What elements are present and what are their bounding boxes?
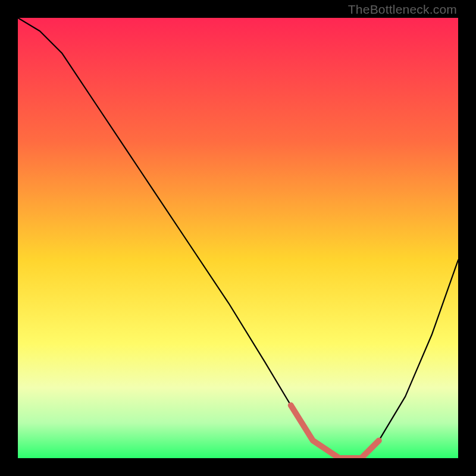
chart-background (18, 18, 458, 458)
chart-svg (18, 18, 458, 458)
watermark-text: TheBottleneck.com (348, 2, 457, 17)
chart-plot-area (18, 18, 458, 458)
